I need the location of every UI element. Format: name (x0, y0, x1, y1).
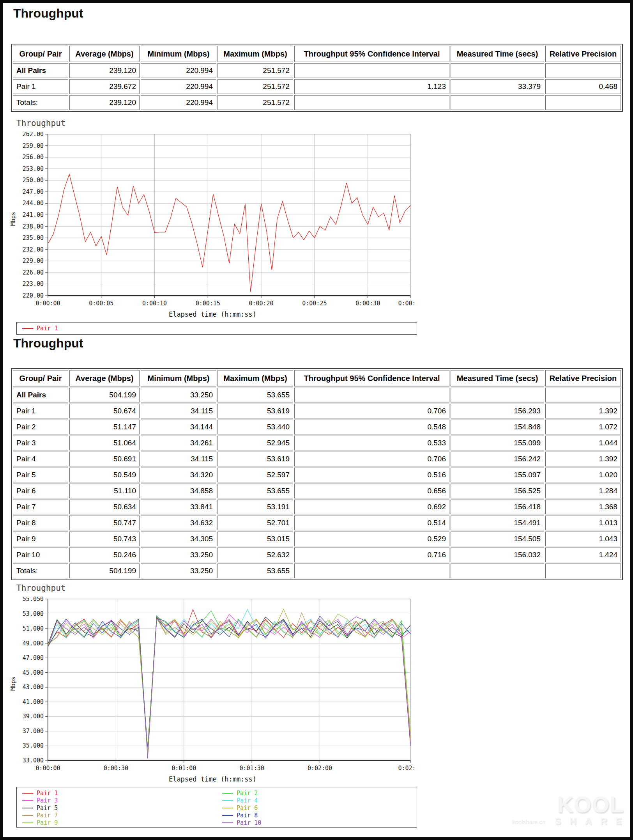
section2-title: Throughput (13, 336, 83, 351)
legend-item: Pair 2 (217, 789, 417, 797)
legend-label: Pair 2 (237, 790, 258, 797)
value-cell: 1.123 (294, 79, 449, 94)
y-tick-label: 35.000 (23, 742, 44, 749)
value-cell: 50.674 (69, 404, 140, 418)
legend-item: Pair 1 (17, 324, 217, 332)
value-cell: 239.120 (69, 63, 140, 78)
value-cell: 34.115 (141, 404, 216, 418)
row-label-cell: Pair 1 (13, 404, 68, 418)
column-header: Minimum (Mbps) (141, 46, 216, 62)
value-cell (294, 95, 449, 110)
value-cell: 50.747 (69, 516, 140, 530)
value-cell: 155.099 (451, 436, 544, 450)
throughput-chart-2: 55.05053.00051.00049.00047.00045.00043.0… (11, 597, 414, 773)
legend-label: Pair 8 (237, 812, 258, 819)
y-tick-label: 49.000 (23, 640, 44, 647)
x-tick-label: 0:00:30 (355, 300, 380, 307)
throughput-chart-1-area: Throughput Mbps 262.00259.00256.00253.00… (11, 119, 424, 368)
legend-line-swatch (222, 793, 233, 794)
table-row: Pair 351.06434.26152.9450.533155.0991.04… (13, 436, 621, 450)
value-cell: 50.691 (69, 452, 140, 466)
y-tick-label: 43.000 (23, 684, 44, 691)
value-cell: 0.656 (294, 484, 449, 498)
column-header: Throughput 95% Confidence Interval (294, 46, 449, 62)
x-tick-label: 0:00:10 (142, 300, 167, 307)
legend-line-swatch (222, 808, 233, 808)
row-label-cell: Pair 8 (13, 516, 68, 530)
y-tick-label: 238.00 (23, 223, 44, 230)
throughput-chart-1: 262.00259.00256.00253.00250.00247.00244.… (11, 132, 414, 308)
legend-item: Pair 10 (217, 819, 417, 826)
value-cell: 220.994 (141, 79, 216, 94)
throughput-summary-table-2: Group/ PairAverage (Mbps)Minimum (Mbps)M… (11, 368, 623, 580)
y-tick-label: 45.000 (23, 669, 44, 676)
row-label-cell: Pair 5 (13, 468, 68, 482)
x-tick-label: 0:00:00 (35, 300, 60, 307)
value-cell (294, 388, 449, 402)
table-row: All Pairs504.19933.25053.655 (13, 388, 621, 402)
y-tick-label: 244.00 (23, 200, 44, 207)
x-tick-label: 0:00:00 (35, 765, 60, 772)
value-cell: 156.418 (451, 500, 544, 514)
value-cell (451, 95, 544, 110)
y-tick-label: 247.00 (23, 188, 44, 195)
plot-border (48, 599, 410, 760)
legend-column: Pair 1 (17, 324, 217, 332)
value-cell: 50.743 (69, 532, 140, 546)
legend-line-swatch (22, 800, 33, 801)
value-cell: 156.242 (451, 452, 544, 466)
x-tick-label: 0:01:30 (240, 765, 264, 772)
legend-line-swatch (22, 328, 33, 329)
y-tick-label: 259.00 (23, 142, 44, 149)
chart1-x-axis-label: Elapsed time (h:mm:ss) (11, 310, 414, 318)
y-tick-label: 235.00 (23, 234, 44, 241)
value-cell: 220.994 (141, 95, 216, 110)
value-cell: 251.572 (217, 63, 293, 78)
row-label-cell: Pair 2 (13, 420, 68, 434)
value-cell: 34.320 (141, 468, 216, 482)
legend-label: Pair 5 (37, 805, 58, 812)
y-tick-label: 226.00 (23, 269, 44, 276)
value-cell: 34.115 (141, 452, 216, 466)
value-cell: 1.284 (545, 484, 621, 498)
legend-item: Pair 1 (17, 789, 217, 797)
value-cell: 1.020 (545, 468, 621, 482)
value-cell: 156.293 (451, 404, 544, 418)
legend-column: Pair 2Pair 4Pair 6Pair 8Pair 10 (217, 789, 417, 826)
value-cell: 156.032 (451, 548, 544, 562)
x-tick-label: 0:01:00 (172, 765, 196, 772)
column-header: Measured Time (secs) (451, 370, 544, 386)
row-label-cell: Pair 3 (13, 436, 68, 450)
y-tick-label: 262.00 (23, 132, 44, 138)
value-cell: 53.440 (217, 420, 293, 434)
column-header: Maximum (Mbps) (217, 370, 293, 386)
legend-item: Pair 7 (17, 812, 217, 819)
value-cell: 33.250 (141, 388, 216, 402)
value-cell: 50.549 (69, 468, 140, 482)
column-header: Relative Precision (545, 370, 621, 386)
column-header: Group/ Pair (13, 370, 68, 386)
x-tick-label: 0:00:25 (302, 300, 327, 307)
series-line-pair-8 (48, 616, 410, 748)
value-cell (451, 388, 544, 402)
value-cell: 220.994 (141, 63, 216, 78)
value-cell: 1.368 (545, 500, 621, 514)
value-cell (545, 388, 621, 402)
value-cell: 1.392 (545, 404, 621, 418)
value-cell: 53.015 (217, 532, 293, 546)
section1-title: Throughput (13, 6, 83, 21)
x-tick-label: 0:02:00 (308, 765, 332, 772)
value-cell: 1.392 (545, 452, 621, 466)
value-cell (294, 564, 449, 578)
row-label-cell: Pair 10 (13, 548, 68, 562)
row-label-cell: Pair 9 (13, 532, 68, 546)
value-cell (451, 63, 544, 78)
legend-line-swatch (22, 808, 33, 808)
value-cell: 0.468 (545, 79, 621, 94)
y-tick-label: 41.000 (23, 698, 44, 705)
legend-label: Pair 3 (37, 797, 58, 804)
table-row: Pair 251.14734.14453.4400.548154.8481.07… (13, 420, 621, 434)
legend-column: Pair 1Pair 3Pair 5Pair 7Pair 9 (17, 789, 217, 826)
y-tick-label: 232.00 (23, 246, 44, 253)
value-cell: 0.706 (294, 404, 449, 418)
